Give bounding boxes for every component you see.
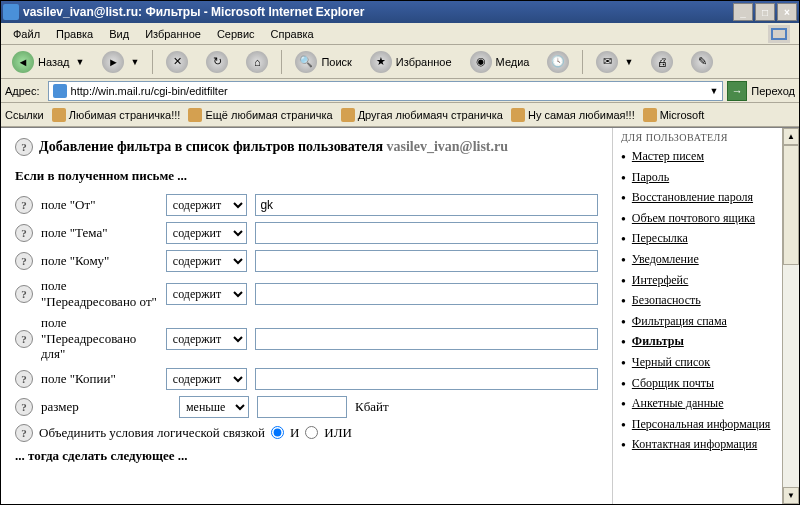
mail-button[interactable]: ✉▼ [589, 48, 640, 76]
value-input[interactable] [255, 368, 598, 390]
help-icon[interactable]: ? [15, 330, 33, 348]
operator-select[interactable]: содержит [166, 328, 248, 350]
or-label: ИЛИ [324, 425, 352, 441]
size-op-select[interactable]: меньше [179, 396, 249, 418]
scrollbar[interactable]: ▲ ▼ [782, 128, 799, 504]
help-icon[interactable]: ? [15, 196, 33, 214]
sidebar-item[interactable]: Фильтрация спама [632, 314, 727, 328]
go-label: Переход [751, 85, 795, 97]
help-icon[interactable]: ? [15, 370, 33, 388]
value-input[interactable] [255, 283, 598, 305]
stop-icon: ✕ [166, 51, 188, 73]
edit-icon: ✎ [691, 51, 713, 73]
field-label: поле "Кому" [41, 253, 158, 269]
size-input[interactable] [257, 396, 347, 418]
menu-view[interactable]: Вид [101, 26, 137, 42]
sidebar-item[interactable]: Интерфейс [632, 273, 689, 287]
favorite-icon [511, 108, 525, 122]
and-radio[interactable] [271, 426, 284, 439]
sidebar-item[interactable]: Сборщик почты [632, 376, 714, 390]
sidebar-item[interactable]: Уведомление [632, 252, 699, 266]
value-input[interactable] [255, 250, 598, 272]
filter-row-resent-for: ? поле "Переадресовано для" содержит [15, 315, 598, 362]
ie-logo-icon [763, 24, 795, 44]
home-button[interactable]: ⌂ [239, 48, 275, 76]
search-button[interactable]: 🔍Поиск [288, 48, 358, 76]
sidebar-item[interactable]: Контактная информация [632, 437, 757, 451]
value-input[interactable] [255, 328, 598, 350]
operator-select[interactable]: содержит [166, 250, 248, 272]
sidebar-item[interactable]: Персональная информация [632, 417, 771, 431]
media-button[interactable]: ◉Медиа [463, 48, 537, 76]
history-button[interactable]: 🕓 [540, 48, 576, 76]
sidebar-item[interactable]: Анкетные данные [632, 396, 724, 410]
scroll-thumb[interactable] [783, 145, 799, 265]
value-input[interactable] [255, 222, 598, 244]
or-radio[interactable] [305, 426, 318, 439]
minimize-button[interactable]: _ [733, 3, 753, 21]
menu-help[interactable]: Справка [263, 26, 322, 42]
combine-row: ? Объединить условия логической связкой … [15, 424, 598, 442]
sidebar-item[interactable]: Пересылка [632, 231, 688, 245]
chevron-down-icon: ▼ [130, 57, 139, 67]
address-label: Адрес: [5, 85, 40, 97]
user-email: vasilev_ivan@list.ru [387, 139, 509, 154]
scroll-up-button[interactable]: ▲ [783, 128, 799, 145]
value-input[interactable] [255, 194, 598, 216]
field-label: поле "Копии" [41, 371, 158, 387]
help-icon[interactable]: ? [15, 224, 33, 242]
menu-tools[interactable]: Сервис [209, 26, 263, 42]
mail-icon: ✉ [596, 51, 618, 73]
link-item[interactable]: Ещё любимая страничка [188, 108, 332, 122]
help-icon[interactable]: ? [15, 424, 33, 442]
help-icon[interactable]: ? [15, 285, 33, 303]
print-button[interactable]: 🖨 [644, 48, 680, 76]
sidebar-item[interactable]: Безопасность [632, 293, 701, 307]
search-icon: 🔍 [295, 51, 317, 73]
operator-select[interactable]: содержит [166, 368, 248, 390]
link-item[interactable]: Microsoft [643, 108, 705, 122]
address-url: http://win.mail.ru/cgi-bin/editfilter [71, 85, 708, 97]
help-icon[interactable]: ? [15, 398, 33, 416]
operator-select[interactable]: содержит [166, 222, 248, 244]
menu-edit[interactable]: Правка [48, 26, 101, 42]
link-item[interactable]: Любимая страничка!!! [52, 108, 181, 122]
operator-select[interactable]: содержит [166, 194, 248, 216]
filter-row-resent-from: ? поле "Переадресовано от" содержит [15, 278, 598, 309]
link-item[interactable]: Ну самая любимая!!! [511, 108, 635, 122]
field-label: поле "Тема" [41, 225, 158, 241]
forward-button[interactable]: ► ▼ [95, 48, 146, 76]
sidebar-item-active[interactable]: Фильтры [632, 334, 684, 348]
sidebar-item[interactable]: Пароль [632, 170, 669, 184]
linksbar: Ссылки Любимая страничка!!! Ещё любимая … [1, 103, 799, 127]
sidebar-item[interactable]: Черный список [632, 355, 710, 369]
star-icon: ★ [370, 51, 392, 73]
help-icon[interactable]: ? [15, 138, 33, 156]
operator-select[interactable]: содержит [166, 283, 248, 305]
stop-button[interactable]: ✕ [159, 48, 195, 76]
size-unit: Кбайт [355, 399, 389, 415]
close-button[interactable]: × [777, 3, 797, 21]
forward-icon: ► [102, 51, 124, 73]
go-button[interactable]: → [727, 81, 747, 101]
sidebar-item[interactable]: Объем почтового ящика [632, 211, 755, 225]
scroll-down-button[interactable]: ▼ [783, 487, 799, 504]
history-icon: 🕓 [547, 51, 569, 73]
back-button[interactable]: ◄ Назад ▼ [5, 48, 91, 76]
maximize-button[interactable]: □ [755, 3, 775, 21]
menu-favorites[interactable]: Избранное [137, 26, 209, 42]
menu-file[interactable]: Файл [5, 26, 48, 42]
help-icon[interactable]: ? [15, 252, 33, 270]
favorites-button[interactable]: ★Избранное [363, 48, 459, 76]
favorite-icon [341, 108, 355, 122]
sidebar-item[interactable]: Мастер писем [632, 149, 704, 163]
refresh-button[interactable]: ↻ [199, 48, 235, 76]
chevron-down-icon[interactable]: ▼ [709, 86, 718, 96]
page-icon [53, 84, 67, 98]
address-input[interactable]: http://win.mail.ru/cgi-bin/editfilter ▼ [48, 81, 724, 101]
link-item[interactable]: Другая любимаяч страничка [341, 108, 503, 122]
sidebar-item[interactable]: Восстановление пароля [632, 190, 753, 204]
home-icon: ⌂ [246, 51, 268, 73]
main-content: ? Добавление фильтра в список фильтров п… [1, 128, 612, 504]
edit-button[interactable]: ✎ [684, 48, 720, 76]
